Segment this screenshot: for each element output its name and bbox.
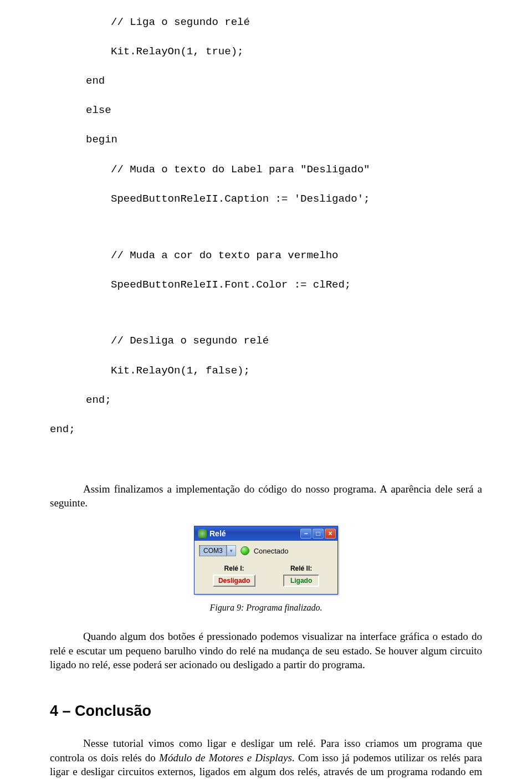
code-line: end;	[50, 393, 482, 408]
app-icon	[198, 529, 207, 538]
code-line: Kit.RelayOn(1, false);	[50, 363, 482, 378]
code-line: Kit.RelayOn(1, true);	[50, 44, 482, 59]
code-line: end;	[50, 422, 482, 437]
code-line: SpeedButtonReleII.Font.Color := clRed;	[50, 278, 482, 293]
maximize-button[interactable]: □	[313, 529, 324, 539]
paragraph-italic: Módulo de Motores e Displays	[159, 752, 292, 763]
figure: Relé − □ × COM3 ▼ Conectado	[50, 526, 482, 613]
paragraph-text: Quando algum dos botões é pressionado po…	[50, 631, 482, 670]
chevron-down-icon[interactable]: ▼	[227, 546, 236, 556]
window-title: Relé	[209, 529, 226, 538]
section-heading: 4 – Conclusão	[50, 703, 482, 720]
close-button[interactable]: ×	[325, 529, 336, 539]
paragraph: Nesse tutorial vimos como ligar e deslig…	[50, 736, 482, 779]
status-dot-icon	[241, 546, 249, 555]
paragraph-text: Assim finalizamos a implementação do cód…	[50, 483, 482, 509]
code-line: else	[50, 103, 482, 118]
relay2-button[interactable]: Ligado	[283, 575, 319, 587]
code-line: end	[50, 74, 482, 89]
com-port-combo[interactable]: COM3 ▼	[199, 545, 236, 556]
app-window: Relé − □ × COM3 ▼ Conectado	[194, 526, 338, 594]
titlebar[interactable]: Relé − □ ×	[195, 526, 337, 541]
figure-caption: Figura 9: Programa finalizado.	[210, 603, 323, 613]
code-line: // Liga o segundo relé	[50, 15, 482, 30]
code-line: // Muda a cor do texto para vermelho	[50, 248, 482, 263]
code-line: begin	[50, 132, 482, 147]
code-line: SpeedButtonReleII.Caption := 'Desligado'…	[50, 192, 482, 207]
code-line: // Desliga o segundo relé	[50, 334, 482, 348]
relay1-button[interactable]: Desligado	[213, 575, 255, 587]
combo-value: COM3	[200, 545, 227, 556]
relay2-label: Relé II:	[290, 565, 312, 572]
relay1-label: Relé I:	[224, 565, 244, 572]
paragraph: Assim finalizamos a implementação do cód…	[50, 482, 482, 510]
connection-status: Conectado	[254, 547, 289, 555]
minimize-button[interactable]: −	[300, 529, 311, 539]
paragraph: Quando algum dos botões é pressionado po…	[50, 629, 482, 672]
code-block: // Liga o segundo relé Kit.RelayOn(1, tr…	[50, 0, 482, 467]
code-line: // Muda o texto do Label para "Desligado…	[50, 162, 482, 177]
